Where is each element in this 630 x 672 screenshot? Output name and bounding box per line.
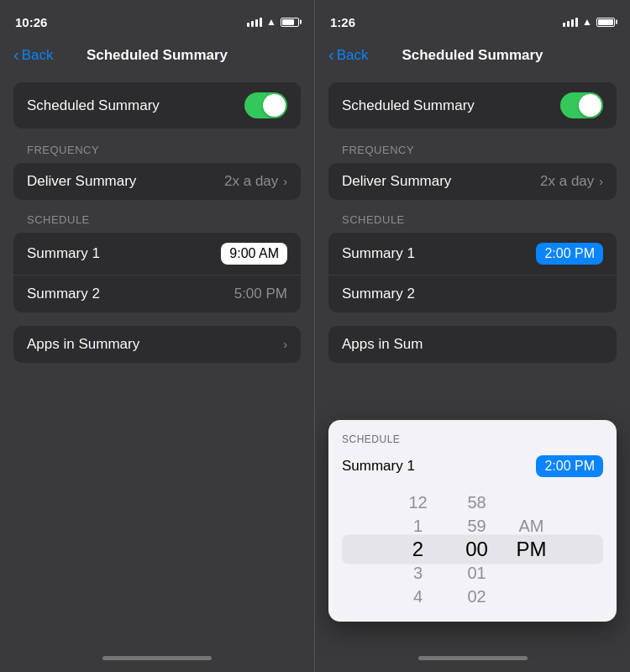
picker-minute-item: 01 [448,561,507,585]
right-summary1-label: Summary 1 [342,245,415,262]
time-picker-overlay[interactable]: SCHEDULE Summary 1 2:00 PM 12 1 2 3 4 5 [328,420,617,622]
picker-period-item [507,491,557,514]
picker-minute-item: 02 [448,585,507,608]
picker-period-item [507,585,557,608]
right-frequency-value: 2x a day [540,173,594,190]
left-schedule-header: SCHEDULE [0,207,314,229]
right-back-label: Back [337,47,369,64]
right-toggle-section: Scheduled Summary [328,82,617,129]
left-frequency-section: Deliver Summary 2x a day › [13,163,301,200]
left-home-indicator [0,643,314,672]
picker-period-am: AM [507,514,557,538]
right-phone-panel: 1:26 ▲ ‹ Back Scheduled Summary Schedule [315,0,630,672]
right-summary1-row[interactable]: Summary 1 2:00 PM [328,233,617,276]
left-summary1-right: 9:00 AM [221,243,287,265]
left-phone-panel: 10:26 ▲ ‹ Back Scheduled Summary Schedul [0,0,315,672]
left-apps-right: › [283,338,287,351]
right-apps-label: Apps in Sum [342,336,423,353]
right-apps-row[interactable]: Apps in Sum [328,326,617,363]
right-summary1-right: 2:00 PM [536,243,603,265]
left-schedule-section: Summary 1 9:00 AM Summary 2 5:00 PM [13,233,301,312]
picker-period-item [507,561,557,585]
right-battery-icon [596,18,615,27]
picker-hour-item: 1 [389,514,448,538]
picker-minute-item: 58 [448,491,507,514]
left-deliver-summary-row[interactable]: Deliver Summary 2x a day › [13,163,301,200]
right-scheduled-summary-row: Scheduled Summary [342,82,603,129]
picker-period-selected: PM [507,538,557,561]
right-status-bar: 1:26 ▲ [315,0,630,37]
left-apps-row[interactable]: Apps in Summary › [13,326,301,363]
left-summary1-time: 9:00 AM [221,243,287,265]
picker-summary-label: Summary 1 [342,458,415,475]
picker-minute-selected: 00 [448,538,507,561]
picker-hours-column[interactable]: 12 1 2 3 4 [389,491,448,608]
left-back-chevron-icon: ‹ [13,45,19,65]
picker-period-column[interactable]: AM PM [507,491,557,608]
left-status-bar: 10:26 ▲ [0,0,314,37]
right-schedule-section: Summary 1 2:00 PM Summary 2 [328,233,617,312]
left-frequency-value: 2x a day [224,173,278,190]
right-home-indicator [315,643,630,672]
right-frequency-section: Deliver Summary 2x a day › [328,163,617,200]
right-deliver-summary-row[interactable]: Deliver Summary 2x a day › [328,163,617,200]
left-status-time: 10:26 [15,15,47,29]
right-summary2-row[interactable]: Summary 2 [328,276,617,312]
left-toggle-switch[interactable] [244,92,287,118]
left-scheduled-summary-row: Scheduled Summary [27,82,287,129]
right-back-chevron-icon: ‹ [328,45,334,65]
right-deliver-summary-label: Deliver Summary [342,173,451,190]
right-status-time: 1:26 [330,15,355,29]
right-status-icons: ▲ [563,16,615,28]
right-nav-title: Scheduled Summary [402,47,543,64]
right-nav-bar: ‹ Back Scheduled Summary [315,37,630,74]
left-frequency-chevron-icon: › [283,175,287,188]
wifi-icon: ▲ [266,16,276,28]
picker-minutes-column[interactable]: 58 59 00 01 02 [448,491,507,608]
left-toggle-section: Scheduled Summary [13,82,301,129]
left-summary2-right: 5:00 PM [234,286,287,302]
left-back-label: Back [22,47,54,64]
picker-columns[interactable]: 12 1 2 3 4 58 59 00 01 02 AM [342,491,603,608]
left-content: Scheduled Summary FREQUENCY Deliver Summ… [0,74,314,643]
right-frequency-header: FREQUENCY [315,137,630,160]
left-summary1-label: Summary 1 [27,245,100,262]
left-frequency-header: FREQUENCY [0,137,314,160]
right-back-button[interactable]: ‹ Back [328,46,368,65]
left-deliver-summary-label: Deliver Summary [27,173,136,190]
right-wifi-icon: ▲ [582,16,592,28]
right-toggle-label: Scheduled Summary [342,97,475,114]
right-schedule-header: SCHEDULE [315,207,630,229]
left-deliver-summary-right: 2x a day › [224,173,287,190]
left-status-icons: ▲ [247,16,299,28]
left-summary1-row[interactable]: Summary 1 9:00 AM [13,233,301,276]
right-apps-section: Apps in Sum [328,326,617,363]
left-toggle-label: Scheduled Summary [27,97,160,114]
left-summary2-label: Summary 2 [27,286,100,302]
picker-hour-item: 3 [389,561,448,585]
left-nav-title: Scheduled Summary [87,47,228,64]
right-content: Scheduled Summary FREQUENCY Deliver Summ… [315,74,630,643]
left-nav-bar: ‹ Back Scheduled Summary [0,37,314,74]
left-summary2-time: 5:00 PM [234,286,287,302]
right-summary1-time: 2:00 PM [536,243,603,265]
right-signal-icon [563,18,578,27]
picker-hour-item: 4 [389,585,448,608]
picker-selected-time: 2:00 PM [536,455,603,477]
right-summary2-label: Summary 2 [342,286,415,302]
left-summary2-row[interactable]: Summary 2 5:00 PM [13,276,301,312]
left-apps-chevron-icon: › [283,338,287,351]
right-home-bar [418,656,528,660]
picker-minute-item: 59 [448,514,507,538]
picker-summary-row: Summary 1 2:00 PM [342,455,603,477]
right-deliver-summary-right: 2x a day › [540,173,603,190]
left-back-button[interactable]: ‹ Back [13,46,53,65]
right-toggle-switch[interactable] [560,92,603,118]
picker-hour-selected: 2 [389,538,448,561]
signal-icon [247,18,262,27]
left-apps-section: Apps in Summary › [13,326,301,363]
left-apps-label: Apps in Summary [27,336,139,353]
picker-hour-item: 12 [389,491,448,514]
picker-section-header: SCHEDULE [342,433,603,445]
battery-icon [281,18,299,27]
